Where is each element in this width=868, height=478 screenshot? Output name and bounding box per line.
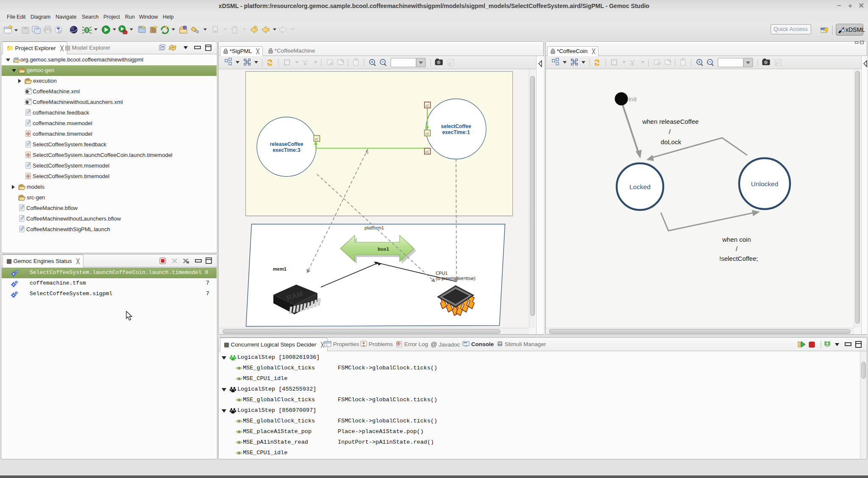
svg-text:/: / [669, 128, 671, 135]
svg-text:releaseCoffee: releaseCoffee [270, 141, 303, 147]
svg-text:!selectCoffee;: !selectCoffee; [719, 255, 758, 262]
svg-text:selectCoffee: selectCoffee [441, 123, 471, 129]
svg-text:bus1: bus1 [378, 246, 389, 252]
svg-text:doLock: doLock [661, 138, 682, 145]
svg-text:Locked: Locked [629, 183, 651, 190]
svg-text:mem1: mem1 [273, 266, 287, 271]
svg-text:execTime:3: execTime:3 [273, 147, 300, 153]
svg-text:/: / [736, 245, 738, 252]
svg-text:CPU1: CPU1 [436, 271, 448, 276]
svg-text:Unlocked: Unlocked [751, 180, 779, 187]
svg-text:when coin: when coin [722, 236, 751, 243]
svg-text:init: init [629, 95, 637, 103]
svg-text:execTime:1: execTime:1 [442, 129, 470, 135]
svg-text:platform1: platform1 [364, 225, 384, 230]
svg-text:when releaseCoffee: when releaseCoffee [642, 118, 698, 125]
